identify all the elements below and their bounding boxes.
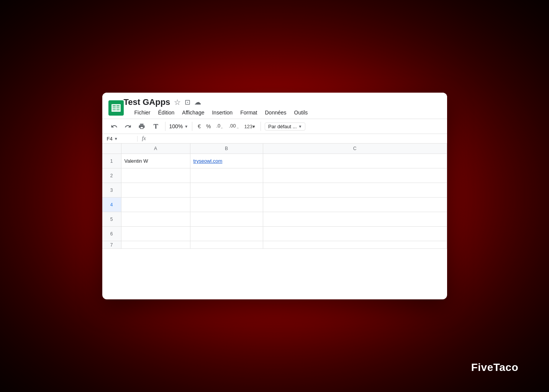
title-bar: Test GApps ☆ ⊡ ☁ Fichier Édition Afficha… <box>102 93 447 119</box>
cell-link-b1[interactable]: tryseowl.com <box>193 158 223 164</box>
font-dropdown[interactable]: Par défaut ... ▼ <box>265 122 305 131</box>
menu-insertion[interactable]: Insertion <box>209 108 236 117</box>
cell-b5[interactable] <box>190 212 263 226</box>
zoom-control[interactable]: 100% ▼ <box>169 123 188 129</box>
menu-donnees[interactable]: Données <box>262 108 290 117</box>
cell-c1[interactable] <box>263 154 447 168</box>
cell-c3[interactable] <box>263 183 447 197</box>
cloud-icon[interactable]: ☁ <box>194 98 201 106</box>
font-dropdown-arrow: ▼ <box>298 124 302 129</box>
table-row: 2 <box>102 168 447 183</box>
spreadsheet-grid: A B C 1 Valentin W tryseowl.com <box>102 144 447 249</box>
row-number-3: 3 <box>102 183 121 197</box>
row-number-2: 2 <box>102 168 121 183</box>
col-header-c[interactable]: C <box>263 144 447 154</box>
menu-affichage[interactable]: Affichage <box>179 108 207 117</box>
row-number-6: 6 <box>102 227 121 241</box>
paint-format-button[interactable] <box>150 121 161 131</box>
logo-taco: Taco <box>493 361 518 373</box>
toolbar-separator-1 <box>165 122 166 131</box>
table-row: 5 <box>102 212 447 227</box>
spreadsheet-window: Test GApps ☆ ⊡ ☁ Fichier Édition Afficha… <box>102 93 447 299</box>
cell-a7[interactable] <box>121 241 190 248</box>
undo-button[interactable] <box>108 121 120 131</box>
toolbar-separator-2 <box>192 122 192 131</box>
menu-format[interactable]: Format <box>237 108 260 117</box>
redo-button[interactable] <box>122 121 134 131</box>
document-title[interactable]: Test GApps <box>124 97 170 107</box>
cell-a2[interactable] <box>121 168 190 183</box>
cell-b1[interactable]: tryseowl.com <box>190 154 263 168</box>
svg-rect-5 <box>116 107 120 108</box>
col-header-a[interactable]: A <box>121 144 190 154</box>
cell-b4[interactable] <box>190 198 263 212</box>
row-number-1: 1 <box>102 154 121 168</box>
cell-a1[interactable]: Valentin W <box>121 154 190 168</box>
sheets-icon <box>108 100 124 116</box>
title-row: Test GApps ☆ ⊡ ☁ <box>124 97 439 107</box>
svg-rect-7 <box>116 109 120 110</box>
svg-rect-2 <box>113 105 116 106</box>
cell-ref-dropdown[interactable]: ▼ <box>114 137 118 141</box>
cell-c6[interactable] <box>263 227 447 241</box>
cell-a4[interactable] <box>121 198 190 212</box>
col-header-b[interactable]: B <box>190 144 263 154</box>
cell-c5[interactable] <box>263 212 447 226</box>
column-headers: A B C <box>102 144 447 154</box>
decimal-less-button[interactable]: .0← <box>215 122 225 131</box>
cell-a5[interactable] <box>121 212 190 226</box>
cell-a3[interactable] <box>121 183 190 197</box>
table-row: 1 Valentin W tryseowl.com <box>102 154 447 168</box>
fx-label: fx <box>142 136 146 142</box>
row-number-4: 4 <box>102 198 121 212</box>
cell-c4[interactable] <box>263 198 447 212</box>
menu-bar: Fichier Édition Affichage Insertion Form… <box>124 108 439 119</box>
row-num-header <box>102 144 121 154</box>
cell-ref-value: F4 <box>107 136 113 142</box>
menu-outils[interactable]: Outils <box>291 108 311 117</box>
percent-button[interactable]: % <box>205 122 212 130</box>
cell-b6[interactable] <box>190 227 263 241</box>
title-area: Test GApps ☆ ⊡ ☁ Fichier Édition Afficha… <box>124 97 439 119</box>
table-row: 3 <box>102 183 447 198</box>
currency-button[interactable]: € <box>196 122 202 130</box>
cell-c7[interactable] <box>263 241 447 248</box>
table-row: 7 <box>102 241 447 249</box>
folder-icon[interactable]: ⊡ <box>185 98 190 106</box>
cell-b7[interactable] <box>190 241 263 248</box>
zoom-dropdown-icon: ▼ <box>184 124 188 129</box>
format-type-button[interactable]: 123▾ <box>243 123 257 130</box>
star-icon[interactable]: ☆ <box>174 98 181 107</box>
menu-edition[interactable]: Édition <box>155 108 178 117</box>
print-button[interactable] <box>136 121 147 131</box>
zoom-value: 100% <box>169 123 183 129</box>
cell-reference[interactable]: F4 ▼ <box>107 136 138 142</box>
toolbar: 100% ▼ € % .0← .00→ 123▾ Par défaut ... … <box>102 119 447 134</box>
svg-rect-6 <box>113 109 116 110</box>
svg-rect-3 <box>116 105 120 106</box>
table-row: 4 <box>102 198 447 212</box>
cell-a6[interactable] <box>121 227 190 241</box>
logo-five: Five <box>471 361 493 373</box>
decimal-more-button[interactable]: .00→ <box>227 122 240 131</box>
formula-bar: F4 ▼ fx <box>102 134 447 144</box>
font-name: Par défaut ... <box>268 124 297 129</box>
toolbar-separator-3 <box>261 122 261 131</box>
cell-b2[interactable] <box>190 168 263 183</box>
row-number-5: 5 <box>102 212 121 226</box>
cell-b3[interactable] <box>190 183 263 197</box>
menu-fichier[interactable]: Fichier <box>131 108 154 117</box>
cell-c2[interactable] <box>263 168 447 183</box>
svg-rect-4 <box>113 107 116 108</box>
row-number-7: 7 <box>102 241 121 248</box>
table-row: 6 <box>102 227 447 241</box>
fivetaco-logo: FiveTaco <box>471 361 518 374</box>
